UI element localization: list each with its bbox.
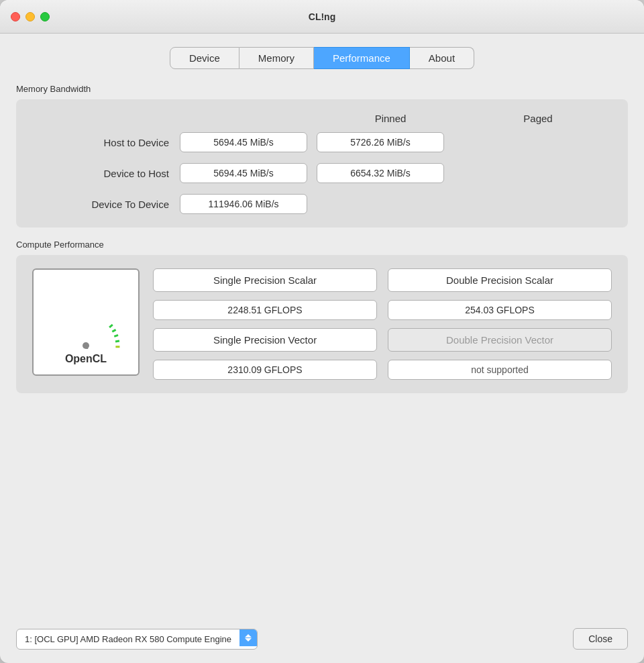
memory-bandwidth-box: Pinned Paged Host to Device 5694.45 MiB/… xyxy=(16,99,628,227)
maximize-traffic-light[interactable] xyxy=(40,12,50,21)
mb-header-row: Pinned Paged xyxy=(32,113,612,124)
mb-value-h2d-paged: 5726.26 MiB/s xyxy=(317,132,444,152)
device-select-arrows[interactable] xyxy=(239,629,257,646)
mb-row-device-to-device: Device To Device 111946.06 MiB/s xyxy=(32,194,612,214)
mb-value-d2h-pinned: 5694.45 MiB/s xyxy=(180,163,307,183)
main-content: Device Memory Performance About Memory B… xyxy=(0,34,644,620)
device-select-text: 1: [OCL GPU] AMD Radeon RX 580 Compute E… xyxy=(17,629,239,649)
mb-label-d2h: Device to Host xyxy=(32,168,180,179)
single-precision-scalar-button[interactable]: Single Precision Scalar xyxy=(153,268,377,292)
mb-value-d2d-pinned: 111946.06 MiB/s xyxy=(180,194,307,214)
svg-line-1 xyxy=(112,329,116,332)
perf-grid: Single Precision Scalar Double Precision… xyxy=(153,268,612,380)
tab-bar: Device Memory Performance About xyxy=(16,47,628,69)
compute-inner: OpenCL Single Precision Scalar Double Pr… xyxy=(32,268,612,380)
opencl-badge: OpenCL xyxy=(32,268,140,376)
mb-label-d2d: Device To Device xyxy=(32,199,180,210)
traffic-lights xyxy=(11,12,50,21)
mb-value-d2h-paged: 6654.32 MiB/s xyxy=(317,163,444,183)
titlebar: CL!ng xyxy=(0,0,644,34)
mb-row-host-to-device: Host to Device 5694.45 MiB/s 5726.26 MiB… xyxy=(32,132,612,152)
double-precision-scalar-button[interactable]: Double Precision Scalar xyxy=(388,268,612,292)
single-precision-vector-button[interactable]: Single Precision Vector xyxy=(153,328,377,352)
tab-memory[interactable]: Memory xyxy=(239,47,314,69)
single-scalar-value: 2248.51 GFLOPS xyxy=(153,300,377,320)
app-window: CL!ng Device Memory Performance About Me… xyxy=(0,0,644,663)
mb-col-paged: Paged xyxy=(464,113,612,124)
double-scalar-value: 254.03 GFLOPS xyxy=(388,300,612,320)
compute-performance-section: Compute Performance xyxy=(16,240,628,393)
svg-line-3 xyxy=(115,341,119,342)
tab-device[interactable]: Device xyxy=(170,47,239,69)
svg-line-0 xyxy=(109,325,113,327)
device-selector[interactable]: 1: [OCL GPU] AMD Radeon RX 580 Compute E… xyxy=(16,629,258,650)
memory-bandwidth-label: Memory Bandwidth xyxy=(16,84,628,94)
single-vector-value: 2310.09 GFLOPS xyxy=(153,360,377,380)
footer: 1: [OCL GPU] AMD Radeon RX 580 Compute E… xyxy=(0,620,644,663)
arrow-up-icon xyxy=(245,634,252,638)
arrow-down-icon xyxy=(245,638,252,642)
compute-performance-box: OpenCL Single Precision Scalar Double Pr… xyxy=(16,255,628,393)
svg-line-2 xyxy=(114,335,118,336)
mb-col-pinned: Pinned xyxy=(317,113,464,124)
memory-bandwidth-section: Memory Bandwidth Pinned Paged Host to De… xyxy=(16,84,628,227)
tab-about[interactable]: About xyxy=(410,47,474,69)
mb-value-h2d-pinned: 5694.45 MiB/s xyxy=(180,132,307,152)
window-title: CL!ng xyxy=(309,11,335,22)
tab-performance[interactable]: Performance xyxy=(314,47,410,69)
svg-point-14 xyxy=(83,342,89,349)
svg-line-4 xyxy=(115,346,119,348)
double-vector-value: not supported xyxy=(388,360,612,380)
memory-bandwidth-table: Pinned Paged Host to Device 5694.45 MiB/… xyxy=(32,113,612,214)
mb-label-h2d: Host to Device xyxy=(32,137,180,148)
minimize-traffic-light[interactable] xyxy=(25,12,35,21)
compute-performance-label: Compute Performance xyxy=(16,240,628,250)
gauge-icon xyxy=(46,302,126,349)
double-precision-vector-button[interactable]: Double Precision Vector xyxy=(388,328,612,352)
close-button[interactable]: Close xyxy=(573,628,628,650)
mb-row-device-to-host: Device to Host 5694.45 MiB/s 6654.32 MiB… xyxy=(32,163,612,183)
opencl-label: OpenCL xyxy=(65,353,107,365)
close-traffic-light[interactable] xyxy=(11,12,20,21)
